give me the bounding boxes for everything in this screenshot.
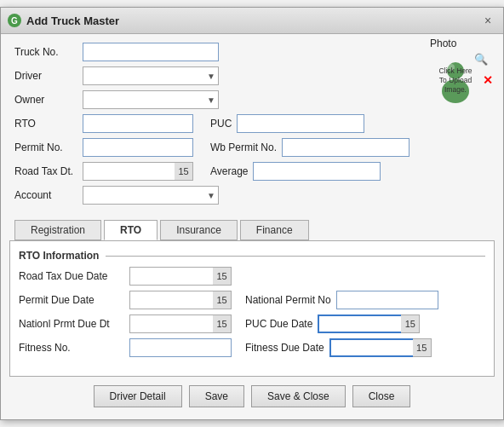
- driver-dropdown-wrapper: ▼: [83, 66, 219, 85]
- puc-due-date-wrapper: 15: [318, 314, 420, 333]
- upload-image-button[interactable]: Click Here To Upload Image.: [421, 51, 490, 111]
- road-tax-dt-label: Road Tax Dt.: [14, 165, 83, 177]
- national-prmt-due-dt-wrapper: 15: [129, 314, 232, 333]
- national-permit-no-label: National Permit No: [245, 294, 331, 306]
- svg-point-1: [442, 79, 469, 103]
- driver-select[interactable]: [83, 66, 219, 85]
- truck-no-input[interactable]: [83, 43, 219, 61]
- window-title: Add Truck Master: [26, 14, 119, 27]
- puc-input[interactable]: [237, 114, 364, 133]
- app-icon: G: [8, 14, 21, 27]
- tabs-row: Registration RTO Insurance Finance: [14, 220, 490, 240]
- driver-detail-button[interactable]: Driver Detail: [94, 385, 182, 407]
- owner-select[interactable]: [83, 90, 219, 109]
- photo-label: Photo: [430, 38, 456, 49]
- driver-row: Driver ▼: [14, 66, 490, 85]
- permit-row: Permit No. Wb Permit No.: [14, 138, 490, 157]
- road-tax-due-date-calendar-button[interactable]: 15: [213, 267, 232, 286]
- permit-due-date-wrapper: 15: [129, 291, 232, 309]
- road-tax-due-date-row: Road Tax Due Date 15: [19, 267, 485, 286]
- account-row: Account ▼: [14, 186, 490, 205]
- road-tax-calendar-button[interactable]: 15: [175, 162, 193, 181]
- save-close-button[interactable]: Save & Close: [251, 385, 346, 407]
- road-tax-due-date-label: Road Tax Due Date: [19, 270, 129, 282]
- fitness-due-date-label: Fitness Due Date: [245, 342, 324, 354]
- wb-permit-no-label: Wb Permit No.: [210, 141, 277, 153]
- owner-dropdown-wrapper: ▼: [83, 90, 219, 109]
- window-close-button[interactable]: ×: [479, 12, 496, 29]
- photo-area: 🔍 Click Here To Upload Image. ✕: [421, 51, 490, 111]
- truck-no-row: Truck No.: [14, 43, 490, 61]
- person-svg-icon: [430, 55, 481, 107]
- rto-input[interactable]: [83, 114, 193, 133]
- svg-point-2: [448, 64, 455, 71]
- puc-due-date-calendar-button[interactable]: 15: [401, 314, 420, 333]
- fitness-due-date-calendar-button[interactable]: 15: [413, 338, 432, 357]
- tab-insurance[interactable]: Insurance: [160, 220, 238, 240]
- owner-label: Owner: [14, 94, 83, 106]
- top-form-section: Truck No. Driver ▼ Owner ▼: [1, 34, 503, 213]
- permit-due-date-calendar-button[interactable]: 15: [213, 291, 232, 309]
- road-tax-due-date-wrapper: 15: [129, 267, 232, 286]
- puc-due-date-label: PUC Due Date: [245, 318, 312, 330]
- national-prmt-due-dt-calendar-button[interactable]: 15: [213, 314, 232, 333]
- fitness-no-input[interactable]: [129, 338, 232, 357]
- fitness-no-label: Fitness No.: [19, 342, 129, 354]
- national-prmt-due-dt-label: Nationl Prmt Due Dt: [19, 318, 129, 330]
- wb-permit-no-input[interactable]: [282, 138, 410, 157]
- puc-label: PUC: [210, 118, 232, 130]
- rto-section-title: RTO Information: [19, 250, 485, 262]
- permit-no-label: Permit No.: [14, 141, 83, 153]
- title-bar-left: G Add Truck Master: [8, 14, 119, 27]
- national-permit-no-input[interactable]: [336, 291, 438, 309]
- account-label: Account: [14, 189, 83, 201]
- permit-no-input[interactable]: [83, 138, 193, 157]
- delete-photo-button[interactable]: ✕: [483, 73, 493, 87]
- fitness-due-date-wrapper: 15: [329, 338, 432, 357]
- footer-bar: Driver Detail Save Save & Close Close: [1, 377, 503, 419]
- road-tax-dt-wrapper: 15: [83, 162, 193, 181]
- national-prmt-due-dt-row: Nationl Prmt Due Dt 15 PUC Due Date 15: [19, 314, 485, 333]
- tab-finance[interactable]: Finance: [240, 220, 309, 240]
- add-truck-master-window: G Add Truck Master × Truck No. Driver ▼ …: [0, 7, 504, 420]
- tab-rto[interactable]: RTO: [104, 220, 158, 240]
- photo-container: Photo 🔍 Click Here To Upload Image. ✕: [421, 38, 490, 111]
- save-button[interactable]: Save: [189, 385, 244, 407]
- average-input[interactable]: [253, 162, 381, 181]
- section-divider: [106, 256, 485, 257]
- close-button[interactable]: Close: [352, 385, 411, 407]
- title-bar: G Add Truck Master ×: [1, 8, 503, 34]
- owner-row: Owner ▼: [14, 90, 490, 109]
- tab-registration[interactable]: Registration: [14, 220, 101, 240]
- permit-due-date-row: Permit Due Date 15 National Permit No: [19, 291, 485, 309]
- fitness-row: Fitness No. Fitness Due Date 15: [19, 338, 485, 357]
- account-select[interactable]: [83, 186, 219, 205]
- driver-label: Driver: [14, 70, 83, 82]
- rto-puc-row: RTO PUC: [14, 114, 490, 133]
- average-label: Average: [210, 165, 248, 177]
- rto-label: RTO: [14, 118, 83, 130]
- permit-due-date-label: Permit Due Date: [19, 294, 129, 306]
- tab-content-rto: RTO Information Road Tax Due Date 15 Per…: [9, 240, 495, 377]
- truck-no-label: Truck No.: [14, 46, 83, 58]
- account-dropdown-wrapper: ▼: [83, 186, 219, 205]
- road-tax-average-row: Road Tax Dt. 15 Average: [14, 162, 490, 181]
